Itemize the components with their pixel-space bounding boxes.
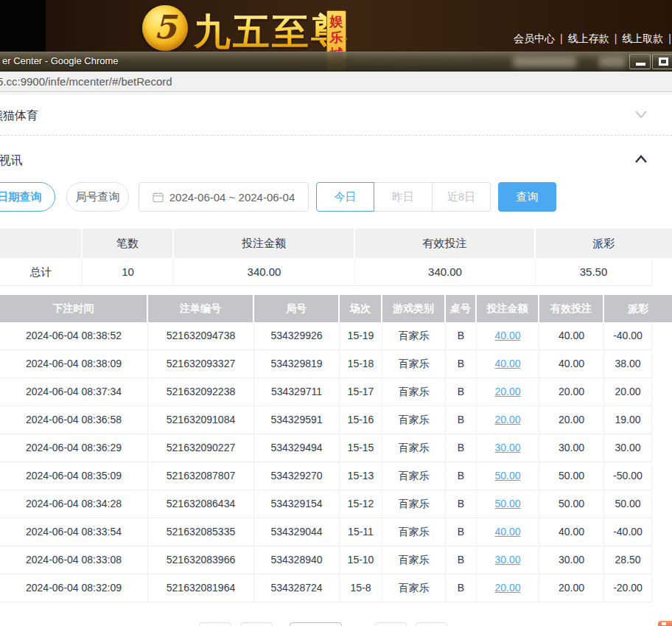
bet-cell: 521632083966	[148, 546, 254, 574]
bet-cell: -40.00	[604, 518, 652, 546]
summary-header-cell	[0, 229, 83, 258]
pager-stub[interactable]	[199, 622, 231, 626]
bet-cell: 2024-06-04 08:33:54	[0, 518, 148, 546]
summary-value-cell: 340.00	[355, 258, 536, 286]
bet-cell: 521632093327	[148, 350, 254, 378]
bet-header-cell: 投注金额	[477, 295, 539, 322]
bet-header-cell: 游戏类别	[382, 295, 446, 322]
bet-cell: 521632092238	[148, 378, 254, 406]
bet-cell: 2024-06-04 08:36:58	[0, 406, 148, 434]
summary-header-cell: 有效投注	[355, 229, 536, 258]
bet-cell: 2024-06-04 08:37:34	[0, 378, 148, 406]
quick-range-近8日[interactable]: 近8日	[433, 182, 491, 212]
bet-cell: 534328940	[254, 546, 340, 574]
summary-header-row: 笔数投注金额有效投注派彩	[0, 229, 672, 258]
bet-cell: 15-19	[340, 322, 382, 350]
bet-cell: 20.00	[477, 378, 539, 406]
bet-cell: 30.00	[604, 434, 652, 462]
bet-cell: 30.00	[539, 546, 604, 574]
service-icon	[662, 622, 666, 625]
bet-amount-link[interactable]: 20.00	[494, 386, 520, 397]
logo-icon: 5	[142, 5, 188, 51]
bet-cell: B	[446, 518, 477, 546]
bet-cell: 521632085335	[148, 518, 254, 546]
bet-cell: 2024-06-04 08:36:29	[0, 434, 148, 462]
bet-cell: 534329154	[254, 490, 340, 518]
bet-cell: 15-11	[340, 518, 382, 546]
maximize-button[interactable]	[652, 54, 672, 69]
bet-cell: 15-8	[340, 574, 382, 602]
table-row: 2024-06-04 08:32:09521632081964534328724…	[0, 574, 672, 602]
bet-cell: 2024-06-04 08:34:28	[0, 490, 148, 518]
section-label: B视讯	[0, 153, 23, 169]
pager-stub[interactable]	[375, 622, 407, 626]
bet-cell: 2024-06-04 08:38:52	[0, 322, 148, 350]
summary-value-cell: 10	[83, 258, 174, 286]
date-range-input[interactable]: 2024-06-04 ~ 2024-06-04	[139, 182, 309, 212]
calendar-icon	[153, 192, 164, 203]
bet-cell: 15-12	[340, 490, 382, 518]
banner-nav: 会员中心|线上存款|线上取款|	[508, 32, 671, 46]
bet-amount-link[interactable]: 50.00	[494, 498, 520, 510]
quick-range-今日[interactable]: 今日	[316, 182, 374, 212]
section-label: 熊猫体育	[0, 108, 38, 124]
section-panda-sports[interactable]: 熊猫体育	[0, 94, 672, 135]
date-query-tab[interactable]: 日期查询	[0, 182, 55, 212]
chevron-up-icon	[632, 150, 650, 168]
table-row: 2024-06-04 08:34:28521632086434534329154…	[0, 490, 672, 518]
bet-amount-link[interactable]: 40.00	[494, 330, 520, 341]
quick-range-昨日[interactable]: 昨日	[374, 182, 433, 212]
pager-stub[interactable]	[416, 622, 447, 626]
banner-link-线上取款[interactable]: 线上取款	[622, 32, 663, 44]
ribbon-char: 娱	[330, 13, 343, 29]
table-row: 2024-06-04 08:38:09521632093327534329819…	[0, 350, 672, 378]
bet-amount-link[interactable]: 40.00	[494, 526, 520, 538]
bet-amount-link[interactable]: 40.00	[494, 358, 520, 369]
round-query-tab[interactable]: 局号查询	[66, 182, 129, 212]
bet-cell: 百家乐	[382, 434, 446, 462]
bet-header-cell: 有效投注	[539, 295, 604, 322]
summary-value-cell: 340.00	[174, 258, 355, 286]
bet-amount-link[interactable]: 30.00	[494, 442, 520, 453]
bet-cell: B	[446, 490, 477, 518]
bet-cell: B	[446, 378, 477, 406]
bet-cell: 38.00	[604, 350, 652, 378]
banner-link-会员中心[interactable]: 会员中心	[514, 32, 555, 44]
pager-stub[interactable]	[290, 622, 342, 626]
minimize-button[interactable]	[629, 54, 651, 69]
bet-amount-link[interactable]: 30.00	[494, 554, 520, 566]
bet-cell: -20.00	[604, 574, 652, 602]
bet-cell: 2024-06-04 08:32:09	[0, 574, 148, 602]
bet-amount-link[interactable]: 50.00	[494, 470, 520, 481]
bet-cell: B	[446, 546, 477, 574]
bet-amount-link[interactable]: 20.00	[494, 582, 520, 594]
bet-cell: 534329591	[254, 406, 340, 434]
bet-cell: 19.00	[604, 406, 652, 434]
bet-cell: 20.00	[539, 406, 604, 434]
bet-cell: B	[446, 434, 477, 462]
banner-link-线上存款[interactable]: 线上存款	[568, 32, 609, 44]
section-bb-live[interactable]: B视讯	[0, 136, 672, 182]
bet-table-header-row: 下注时间注单编号局号场次游戏类别桌号投注金额有效投注派彩	[0, 295, 672, 322]
window-title: er Center - Google Chrome	[2, 55, 119, 66]
search-button[interactable]: 查询	[498, 182, 556, 212]
bet-cell: 521632090227	[148, 434, 254, 462]
bet-cell: 50.00	[477, 462, 539, 490]
window-titlebar[interactable]: er Center - Google Chrome	[0, 52, 672, 72]
maximize-icon	[659, 58, 668, 66]
bet-amount-link[interactable]: 20.00	[494, 414, 520, 425]
bet-cell: -40.00	[604, 322, 652, 350]
service-float-button[interactable]	[658, 621, 672, 626]
bet-cell: 百家乐	[382, 378, 446, 406]
bet-cell: 534329926	[254, 322, 340, 350]
bet-header-cell: 派彩	[604, 295, 672, 322]
pager-stub[interactable]	[241, 622, 273, 626]
bet-cell: 百家乐	[382, 462, 446, 490]
pagination	[0, 622, 672, 626]
bet-cell: 20.00	[539, 378, 604, 406]
bet-cell: 20.00	[477, 406, 539, 434]
bet-cell: 50.00	[539, 490, 604, 518]
address-bar[interactable]: 5.cc:9900/infe/mcenter/#/betRecord	[0, 72, 672, 92]
bet-cell: 15-10	[340, 546, 382, 574]
bet-cell: 百家乐	[382, 490, 446, 518]
